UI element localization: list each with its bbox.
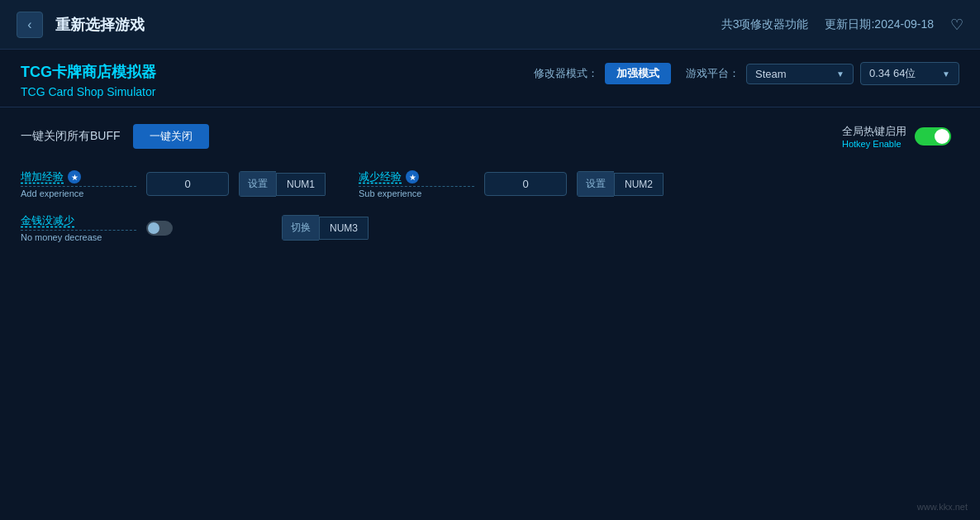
version-selector[interactable]: 0.34 64位 ▼ bbox=[860, 62, 959, 85]
platform-dropdown-icon: ▼ bbox=[836, 69, 844, 79]
feature-label-cn-0: 增加经验 bbox=[21, 169, 136, 187]
top-bar-right: 共3项修改器功能 更新日期:2024-09-18 ♡ bbox=[721, 16, 963, 34]
buff-label: 一键关闭所有BUFF bbox=[21, 129, 121, 144]
features-container: 增加经验 Add experience 设置 NUM1 减少经验 Sub exp… bbox=[21, 169, 959, 242]
game-titles: TCG卡牌商店模拟器 TCG Card Shop Simulator bbox=[21, 62, 156, 98]
watermark: www.kkx.net bbox=[917, 502, 968, 512]
set-num2-button[interactable]: 设置 NUM2 bbox=[577, 171, 664, 197]
feature-sub-experience: 减少经验 Sub experience 设置 NUM2 bbox=[359, 169, 664, 198]
game-title-english: TCG Card Shop Simulator bbox=[21, 85, 156, 98]
switch-label-2: 切换 bbox=[282, 215, 319, 241]
close-all-buff-button[interactable]: 一键关闭 bbox=[133, 124, 209, 149]
hotkey-section: 全局热键启用 Hotkey Enable bbox=[842, 124, 951, 149]
buff-row-left: 一键关闭所有BUFF 一键关闭 bbox=[21, 124, 209, 149]
star-icon-0 bbox=[68, 170, 81, 184]
game-title-chinese: TCG卡牌商店模拟器 bbox=[21, 62, 156, 82]
switch-key-2: NUM3 bbox=[319, 217, 369, 240]
feature-label-0: 增加经验 Add experience bbox=[21, 169, 136, 198]
no-money-decrease-toggle[interactable] bbox=[146, 221, 173, 236]
version-dropdown-icon: ▼ bbox=[942, 69, 950, 79]
hotkey-label-english: Hotkey Enable bbox=[842, 139, 902, 149]
main-content: 一键关闭所有BUFF 一键关闭 全局热键启用 Hotkey Enable 增加经… bbox=[0, 107, 980, 274]
version-value: 0.34 64位 bbox=[869, 66, 916, 81]
platform-label: 游戏平台： bbox=[686, 66, 740, 81]
top-bar: ‹ 重新选择游戏 共3项修改器功能 更新日期:2024-09-18 ♡ bbox=[0, 0, 980, 50]
sub-experience-input[interactable] bbox=[484, 172, 567, 196]
favorite-button[interactable]: ♡ bbox=[950, 16, 963, 34]
hotkey-label: 全局热键启用 Hotkey Enable bbox=[842, 124, 906, 149]
feature-label-en-0: Add experience bbox=[21, 188, 136, 198]
set-num1-button[interactable]: 设置 NUM1 bbox=[239, 171, 326, 197]
back-icon: ‹ bbox=[27, 17, 31, 32]
star-icon-1 bbox=[406, 170, 419, 184]
mod-mode-badge: 加强模式 bbox=[605, 63, 671, 84]
feature-label-en-2: No money decrease bbox=[21, 232, 136, 242]
add-experience-input[interactable] bbox=[146, 172, 229, 196]
back-button[interactable]: ‹ bbox=[17, 12, 43, 38]
hotkey-toggle[interactable] bbox=[915, 127, 951, 146]
feature-row-1: 增加经验 Add experience 设置 NUM1 减少经验 Sub exp… bbox=[21, 169, 959, 198]
mod-count: 共3项修改器功能 bbox=[721, 17, 809, 32]
game-meta: 修改器模式： 加强模式 游戏平台： Steam ▼ 0.34 64位 ▼ bbox=[534, 62, 959, 85]
set-label-1: 设置 bbox=[577, 171, 614, 197]
platform-selector[interactable]: Steam ▼ bbox=[746, 64, 854, 84]
feature-label-2: 金钱没减少 No money decrease bbox=[21, 213, 136, 242]
mod-mode-item: 修改器模式： 加强模式 bbox=[534, 63, 671, 84]
game-title-section: TCG卡牌商店模拟器 TCG Card Shop Simulator 修改器模式… bbox=[0, 50, 980, 107]
feature-add-experience: 增加经验 Add experience 设置 NUM1 bbox=[21, 169, 326, 198]
feature-label-cn-2: 金钱没减少 bbox=[21, 213, 136, 231]
mod-mode-label: 修改器模式： bbox=[534, 66, 598, 81]
feature-label-1: 减少经验 Sub experience bbox=[359, 169, 474, 198]
update-date: 更新日期:2024-09-18 bbox=[825, 17, 934, 32]
platform-item: 游戏平台： Steam ▼ 0.34 64位 ▼ bbox=[686, 62, 959, 85]
set-key-0: NUM1 bbox=[276, 173, 326, 196]
feature-label-en-1: Sub experience bbox=[359, 188, 474, 198]
platform-value: Steam bbox=[755, 68, 787, 80]
feature-row-2: 金钱没减少 No money decrease 切换 NUM3 bbox=[21, 213, 959, 242]
switch-num3-button[interactable]: 切换 NUM3 bbox=[282, 215, 369, 241]
feature-label-cn-1: 减少经验 bbox=[359, 169, 474, 187]
buff-row: 一键关闭所有BUFF 一键关闭 全局热键启用 Hotkey Enable bbox=[21, 124, 959, 149]
set-key-1: NUM2 bbox=[614, 173, 664, 196]
hotkey-label-chinese: 全局热键启用 bbox=[842, 124, 906, 139]
set-label-0: 设置 bbox=[239, 171, 276, 197]
page-title: 重新选择游戏 bbox=[55, 15, 145, 35]
